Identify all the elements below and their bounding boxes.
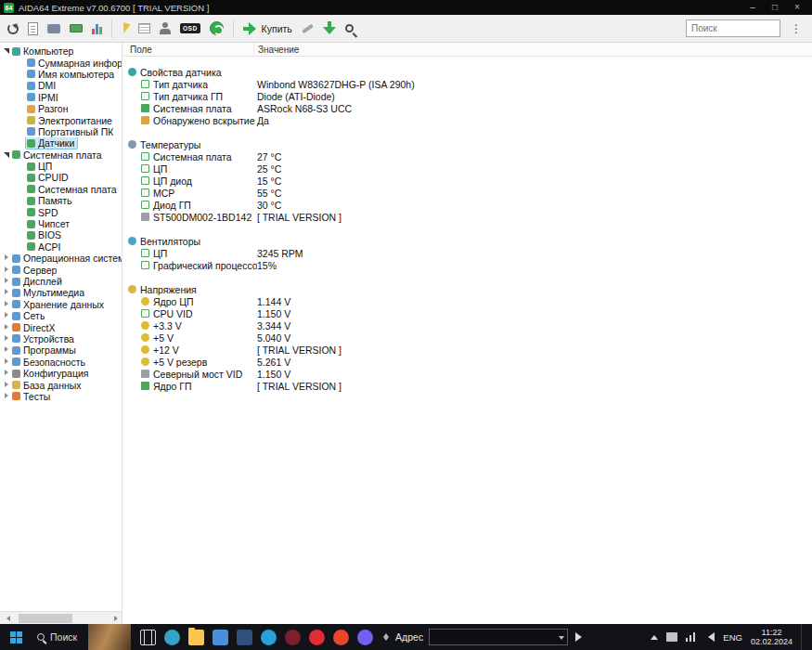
table-icon[interactable]	[138, 20, 150, 38]
taskbar-app-yandex-browser-icon[interactable]	[333, 630, 349, 645]
tray-app-icon[interactable]	[666, 632, 677, 642]
expand-arrow-icon[interactable]	[2, 358, 11, 367]
minimize-button[interactable]: –	[741, 0, 764, 15]
clock[interactable]: 11:22 02.02.2024	[751, 628, 793, 647]
sidebar-item[interactable]: Разгон	[0, 103, 122, 114]
data-row[interactable]: Ядро ГП[ TRIAL VERSION ]	[123, 380, 812, 392]
sidebar-item[interactable]: Память	[0, 195, 122, 206]
expand-arrow-icon[interactable]	[2, 369, 11, 378]
data-row[interactable]: Обнаружено вскрытие кор...Да	[123, 114, 812, 126]
video-icon[interactable]	[47, 20, 60, 38]
sidebar-item[interactable]: Операционная система	[0, 253, 122, 264]
group-header[interactable]: Вентиляторы	[123, 235, 812, 247]
sidebar-item[interactable]: Системная плата	[0, 184, 122, 195]
sidebar-item[interactable]: Программы	[0, 344, 122, 356]
buy-button[interactable]: Купить	[243, 22, 292, 35]
benchmark-icon[interactable]	[122, 20, 129, 38]
sensorpanel-icon[interactable]	[210, 20, 224, 38]
sidebar-item[interactable]: Сеть	[0, 310, 122, 321]
sidebar-item[interactable]: Суммарная информац...	[0, 57, 122, 68]
preferences-icon[interactable]	[302, 20, 314, 38]
data-row[interactable]: Графический процессор15%	[123, 259, 812, 271]
taskbar-app-store-icon[interactable]	[213, 630, 228, 645]
maximize-button[interactable]: □	[764, 0, 786, 15]
language-indicator[interactable]: ENG	[723, 632, 742, 643]
sidebar-item[interactable]: База данных	[0, 379, 122, 390]
column-header-value[interactable]: Значение	[253, 43, 812, 56]
user-icon[interactable]	[160, 20, 171, 38]
sidebar-item[interactable]: ACPI	[0, 241, 122, 253]
sidebar-item[interactable]: CPUID	[0, 172, 122, 183]
data-row[interactable]: +12 V[ TRIAL VERSION ]	[123, 344, 812, 356]
sidebar-item[interactable]: Сервер	[0, 264, 122, 275]
data-row[interactable]: ЦП25 °C	[123, 162, 812, 175]
sidebar-item[interactable]: Конфигурация	[0, 368, 122, 379]
news-widget-image[interactable]	[88, 624, 131, 650]
overflow-menu-icon[interactable]: ⋮	[788, 22, 805, 35]
dropdown-arrow-icon[interactable]	[559, 636, 564, 643]
sidebar-item[interactable]: Мультимедиа	[0, 287, 122, 298]
refresh-icon[interactable]	[7, 20, 19, 38]
network-icon[interactable]	[686, 632, 696, 642]
address-go-icon[interactable]	[575, 632, 586, 642]
tray-expand-icon[interactable]	[651, 631, 658, 640]
taskbar-app-viber-icon[interactable]	[357, 630, 373, 645]
expand-arrow-icon[interactable]	[2, 277, 11, 286]
expand-arrow-icon[interactable]	[2, 288, 11, 297]
expand-arrow-icon[interactable]	[2, 381, 11, 390]
sidebar-item[interactable]: Тесты	[0, 391, 122, 402]
data-row[interactable]: +5 V резерв5.261 V	[123, 356, 812, 368]
download-icon[interactable]	[323, 20, 336, 38]
notification-area-button[interactable]	[801, 624, 807, 650]
expand-arrow-icon[interactable]	[2, 334, 11, 344]
volume-icon[interactable]	[703, 632, 715, 642]
osd-icon[interactable]: OSD	[180, 20, 200, 38]
report-icon[interactable]	[28, 20, 38, 38]
sidebar-item[interactable]: DMI	[0, 80, 122, 91]
sidebar-item[interactable]: Чипсет	[0, 218, 122, 229]
scroll-right-icon[interactable]	[109, 612, 122, 625]
scrollbar-thumb[interactable]	[19, 614, 72, 623]
sidebar-item[interactable]: IPMI	[0, 92, 122, 103]
data-row[interactable]: +3.3 V3.344 V	[123, 319, 812, 332]
close-button[interactable]: ×	[786, 0, 808, 15]
column-header-field[interactable]: Поле	[123, 45, 253, 55]
taskbar-app-opera-gx-icon[interactable]	[285, 630, 301, 645]
taskbar-app-file-explorer-icon[interactable]	[188, 630, 204, 645]
sidebar-item[interactable]: Портативный ПК	[0, 126, 122, 137]
sidebar-horizontal-scrollbar[interactable]	[0, 611, 122, 624]
taskbar-app-telegram-icon[interactable]	[261, 630, 277, 645]
data-row[interactable]: CPU VID1.150 V	[123, 307, 812, 319]
expand-arrow-icon[interactable]	[2, 392, 11, 401]
sidebar-item[interactable]: Имя компьютера	[0, 69, 122, 80]
data-row[interactable]: Системная платаASRock N68-S3 UCC	[123, 102, 812, 114]
start-button[interactable]	[0, 624, 32, 650]
group-header[interactable]: Свойства датчика	[123, 66, 812, 78]
expand-arrow-icon[interactable]	[2, 311, 11, 320]
taskbar-app-edge-icon[interactable]	[164, 630, 180, 645]
taskbar-app-opera-icon[interactable]	[309, 630, 325, 645]
taskbar-app-task-view-icon[interactable]	[140, 630, 156, 645]
sidebar-item[interactable]: BIOS	[0, 229, 122, 240]
sidebar-item[interactable]: Хранение данных	[0, 299, 122, 310]
address-input[interactable]	[429, 629, 568, 645]
data-row[interactable]: Тип датчика ГПDiode (ATI-Diode)	[123, 90, 812, 102]
data-row[interactable]: MCP55 °C	[123, 187, 812, 199]
expand-arrow-icon[interactable]	[2, 266, 11, 275]
scrollbar-track[interactable]	[13, 612, 109, 624]
expand-arrow-icon[interactable]	[2, 345, 11, 355]
sidebar-item[interactable]: Системная плата	[0, 150, 122, 161]
data-row[interactable]: +5 V5.040 V	[123, 332, 812, 344]
data-row[interactable]: Ядро ЦП1.144 V	[123, 295, 812, 307]
data-row[interactable]: ST500DM002-1BD142[ TRIAL VERSION ]	[123, 211, 812, 223]
sidebar-item[interactable]: SPD	[0, 206, 122, 217]
taskbar-search[interactable]: Поиск	[32, 624, 88, 650]
data-row[interactable]: ЦП3245 RPM	[123, 247, 812, 259]
collapse-arrow-icon[interactable]	[2, 46, 11, 56]
data-row[interactable]: Северный мост VID1.150 V	[123, 368, 812, 380]
hardware-icon[interactable]	[70, 20, 83, 38]
expand-arrow-icon[interactable]	[2, 254, 11, 263]
sidebar-item[interactable]: Безопасность	[0, 357, 122, 368]
scroll-left-icon[interactable]	[0, 612, 13, 625]
expand-arrow-icon[interactable]	[2, 300, 11, 309]
